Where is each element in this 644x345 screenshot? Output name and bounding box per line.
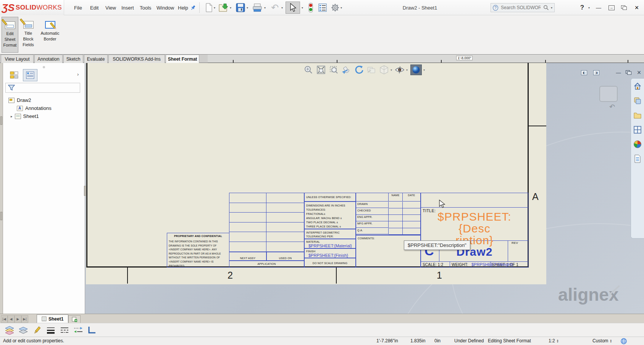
zoom-to-fit-icon[interactable] (316, 65, 326, 75)
line-style-icon[interactable] (60, 325, 69, 335)
panel-expand-chevron[interactable]: › (77, 71, 79, 77)
finish-value[interactable]: $PRPSHEET:{Finish} (308, 253, 348, 258)
layer-properties-icon[interactable] (5, 325, 15, 335)
first-sheet-button[interactable]: |◀ (1, 315, 8, 323)
color-display-mode-icon[interactable] (87, 325, 97, 335)
new-document-dropdown[interactable]: ▾ (214, 6, 215, 10)
traffic-light-icon[interactable] (305, 2, 316, 13)
expander-icon[interactable]: ▸ (11, 114, 13, 118)
apply-scene-dropdown[interactable]: ▾ (423, 68, 425, 72)
custom-properties-icon[interactable] (633, 154, 642, 163)
tree-item-sheet1[interactable]: ▸ Sheet1 (11, 113, 39, 119)
feature-manager-tab[interactable] (7, 69, 21, 81)
panel-grip[interactable] (43, 66, 45, 68)
restore-button[interactable] (619, 3, 628, 12)
configuration-control[interactable]: Custom▲▼ (592, 338, 612, 343)
apply-scene-button[interactable] (410, 64, 422, 75)
appearances-scenes-icon[interactable] (633, 140, 642, 149)
menu-window[interactable]: Window (155, 0, 176, 15)
sheet1-tab[interactable]: Sheet1 (37, 314, 68, 323)
print-button[interactable] (252, 2, 263, 13)
help-dropdown[interactable]: ▾ (588, 6, 590, 10)
line-color-icon[interactable] (32, 325, 42, 335)
select-tool-button[interactable] (286, 2, 300, 14)
menu-edit[interactable]: Edit (89, 0, 100, 15)
add-sheet-tab[interactable] (68, 315, 81, 323)
config-spinner-icon[interactable]: ▲▼ (610, 339, 612, 343)
display-style-dropdown[interactable]: ▾ (391, 68, 392, 72)
zoom-to-area-icon[interactable] (329, 65, 339, 75)
close-button[interactable]: × (632, 3, 641, 12)
print-dropdown[interactable]: ▾ (264, 6, 266, 10)
layers-icon[interactable] (18, 325, 28, 335)
tab-sketch[interactable]: Sketch (63, 55, 83, 63)
design-library-icon[interactable] (633, 96, 642, 105)
proprietary-box[interactable]: PROPRIETARY AND CONFIDENTIAL THE INFORMA… (167, 233, 229, 268)
material-value[interactable]: $PRPSHEET:{Material} (308, 243, 352, 248)
expand-panes-button[interactable]: ↔ (607, 3, 616, 12)
edit-sheet-format-button[interactable]: Edit Sheet Format (2, 17, 18, 53)
tab-view-layout[interactable]: View Layout (1, 55, 34, 63)
gear-dropdown[interactable]: ▾ (341, 6, 342, 10)
pin-menu-icon[interactable] (188, 2, 199, 13)
doc-restore-button[interactable] (624, 69, 633, 76)
pane-split-left-button[interactable]: ◧ (579, 69, 589, 76)
panel-splitter-nub[interactable] (84, 186, 86, 196)
previous-sheet-button[interactable]: ◀ (8, 315, 15, 323)
scale-spinner-icon[interactable]: ▲▼ (557, 339, 559, 343)
view-palette-icon[interactable] (633, 125, 642, 134)
search-icon[interactable] (543, 5, 549, 11)
line-thickness-icon[interactable] (46, 325, 56, 335)
3d-drawing-view-icon[interactable] (366, 65, 376, 75)
tab-sheet-format[interactable]: Sheet Format (166, 55, 199, 63)
doc-close-button[interactable]: × (634, 69, 644, 76)
search-input[interactable] (500, 5, 541, 11)
hide-show-edges-icon[interactable] (73, 325, 83, 335)
menu-tools[interactable]: Tools (138, 0, 153, 15)
connection-globe-icon[interactable] (621, 338, 627, 345)
tree-item-draw2[interactable]: Draw2 (8, 97, 31, 103)
hide-show-items-dropdown[interactable]: ▾ (406, 68, 408, 72)
menu-file[interactable]: File (73, 0, 84, 15)
splitter-handle[interactable] (0, 212, 2, 220)
home-icon[interactable] (633, 82, 642, 91)
pane-split-right-button[interactable]: ◨ (592, 69, 601, 76)
doc-minimize-button[interactable]: — (614, 69, 623, 76)
gear-icon[interactable] (330, 2, 341, 13)
sheet-scale-control[interactable]: 1:2▲▼ (549, 338, 559, 343)
tab-evaluate[interactable]: Evaluate (84, 55, 108, 63)
transparent-flyout-widget[interactable] (599, 86, 618, 102)
panel-edge-strip[interactable] (0, 63, 3, 314)
tree-filter-row[interactable] (5, 83, 80, 93)
open-document-button[interactable] (218, 2, 229, 13)
help-button[interactable]: ? (578, 3, 587, 12)
select-tool-dropdown[interactable]: ▾ (302, 6, 303, 10)
hide-show-items-icon[interactable] (395, 65, 405, 75)
help-search-box[interactable]: ? ▾ (491, 3, 555, 12)
undo-dropdown[interactable]: ▾ (281, 6, 283, 10)
title-block-fields-button[interactable]: Title Block Fields (20, 17, 37, 53)
undo-button[interactable]: ↶ (270, 2, 280, 13)
command-options-button[interactable] (317, 2, 328, 13)
tab-solidworks-addins[interactable]: SOLIDWORKS Add-Ins (108, 55, 165, 63)
zoom-in-out-icon[interactable] (303, 65, 313, 75)
splitter-handle[interactable] (0, 116, 2, 125)
save-dropdown[interactable]: ▾ (247, 6, 248, 10)
weight-value[interactable]: $PRPSHEET:{Weight} (471, 262, 513, 267)
open-document-dropdown[interactable]: ▾ (230, 6, 231, 10)
property-manager-tab[interactable] (23, 69, 37, 81)
display-style-icon[interactable] (379, 65, 389, 75)
menu-view[interactable]: View (104, 0, 118, 15)
rotate-view-icon[interactable] (354, 65, 364, 75)
file-explorer-folder-icon[interactable] (633, 111, 642, 120)
previous-view-icon[interactable] (341, 65, 351, 75)
automatic-border-button[interactable]: Automatic Border (38, 17, 62, 53)
search-dropdown[interactable]: ▾ (551, 6, 552, 10)
new-document-button[interactable] (203, 2, 214, 13)
tree-item-annotations[interactable]: A Annotations (17, 105, 52, 111)
last-sheet-button[interactable]: ▶| (21, 315, 28, 323)
menu-insert[interactable]: Insert (120, 0, 136, 15)
tab-annotation[interactable]: Annotation (34, 55, 63, 63)
next-sheet-button[interactable]: ▶ (15, 315, 21, 323)
minimize-button[interactable]: — (594, 3, 603, 12)
